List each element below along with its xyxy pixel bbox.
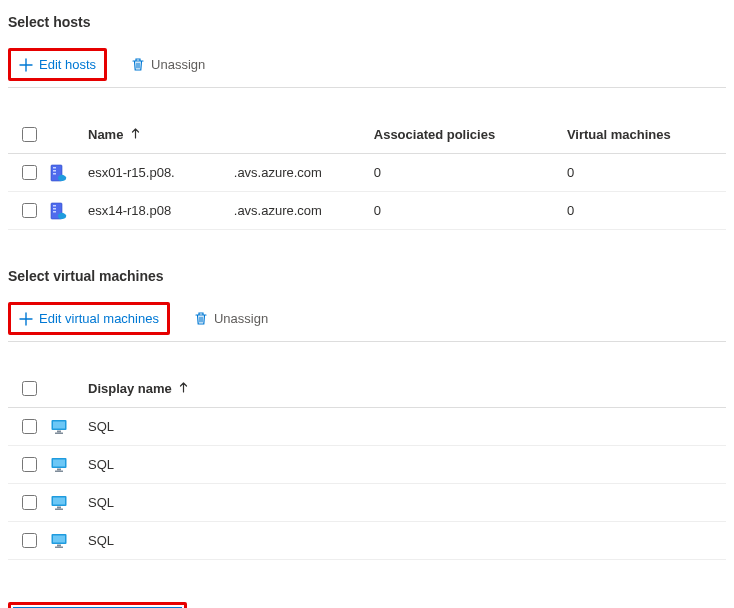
svg-rect-5 [53, 205, 56, 207]
sort-asc-icon [179, 382, 188, 393]
host-vms-cell: 0 [557, 192, 726, 230]
row-checkbox[interactable] [22, 533, 37, 548]
vms-col-display-name-label: Display name [88, 381, 172, 396]
svg-rect-9 [53, 421, 65, 428]
svg-rect-15 [55, 470, 63, 472]
table-row: esx14-r18.p08.avs.azure.com00 [8, 192, 726, 230]
hosts-col-name[interactable]: Name [78, 116, 224, 154]
host-domain-cell: .avs.azure.com [224, 192, 364, 230]
host-icon [50, 164, 68, 182]
unassign-hosts-button[interactable]: Unassign [125, 53, 211, 76]
hosts-toolbar: Edit hosts Unassign [8, 48, 726, 88]
vms-toolbar: Edit virtual machines Unassign [8, 302, 726, 342]
unassign-vms-label: Unassign [214, 311, 268, 326]
vm-name-cell: SQL [78, 446, 726, 484]
svg-rect-18 [57, 506, 61, 508]
hosts-select-all-checkbox[interactable] [22, 127, 37, 142]
table-row: SQL [8, 522, 726, 560]
row-checkbox[interactable] [22, 419, 37, 434]
row-checkbox[interactable] [22, 203, 37, 218]
vm-icon [50, 418, 68, 436]
vm-name-cell: SQL [78, 484, 726, 522]
svg-rect-17 [53, 497, 65, 504]
svg-rect-11 [55, 432, 63, 434]
svg-rect-6 [53, 208, 56, 210]
highlight-edit-hosts: Edit hosts [8, 48, 107, 81]
plus-icon [19, 58, 33, 72]
edit-vms-label: Edit virtual machines [39, 311, 159, 326]
vm-name-cell: SQL [78, 408, 726, 446]
host-assoc-cell: 0 [364, 154, 557, 192]
svg-rect-2 [53, 170, 56, 172]
footer: Next: Review and Create [8, 602, 726, 608]
svg-rect-14 [57, 468, 61, 470]
sort-asc-icon [131, 128, 140, 139]
row-checkbox[interactable] [22, 165, 37, 180]
svg-rect-22 [57, 544, 61, 546]
host-vms-cell: 0 [557, 154, 726, 192]
svg-rect-1 [53, 167, 56, 169]
svg-rect-23 [55, 546, 63, 548]
vm-icon [50, 456, 68, 474]
trash-icon [194, 311, 208, 326]
highlight-edit-vms: Edit virtual machines [8, 302, 170, 335]
table-row: SQL [8, 446, 726, 484]
host-assoc-cell: 0 [364, 192, 557, 230]
row-checkbox[interactable] [22, 457, 37, 472]
unassign-hosts-label: Unassign [151, 57, 205, 72]
host-name-cell: esx01-r15.p08. [78, 154, 224, 192]
vm-name-cell: SQL [78, 522, 726, 560]
hosts-col-name-label: Name [88, 127, 123, 142]
vms-table: Display name SQLSQLSQLSQL [8, 370, 726, 560]
unassign-vms-button[interactable]: Unassign [188, 307, 274, 330]
svg-rect-13 [53, 459, 65, 466]
table-row: esx01-r15.p08..avs.azure.com00 [8, 154, 726, 192]
vms-section-title: Select virtual machines [8, 268, 726, 284]
table-row: SQL [8, 484, 726, 522]
svg-rect-19 [55, 508, 63, 510]
svg-rect-21 [53, 535, 65, 542]
vms-select-all-checkbox[interactable] [22, 381, 37, 396]
edit-hosts-button[interactable]: Edit hosts [13, 53, 102, 76]
host-domain-cell: .avs.azure.com [224, 154, 364, 192]
hosts-col-vms[interactable]: Virtual machines [557, 116, 726, 154]
trash-icon [131, 57, 145, 72]
vm-icon [50, 494, 68, 512]
hosts-table: Name Associated policies Virtual machine… [8, 116, 726, 230]
edit-vms-button[interactable]: Edit virtual machines [13, 307, 165, 330]
table-row: SQL [8, 408, 726, 446]
hosts-section-title: Select hosts [8, 14, 726, 30]
edit-hosts-label: Edit hosts [39, 57, 96, 72]
svg-rect-10 [57, 430, 61, 432]
vms-col-display-name[interactable]: Display name [78, 370, 726, 408]
vm-icon [50, 532, 68, 550]
svg-rect-3 [53, 173, 56, 175]
highlight-next-button: Next: Review and Create [8, 602, 187, 608]
plus-icon [19, 312, 33, 326]
hosts-col-assoc[interactable]: Associated policies [364, 116, 557, 154]
host-icon [50, 202, 68, 220]
host-name-cell: esx14-r18.p08 [78, 192, 224, 230]
svg-rect-7 [53, 211, 56, 213]
row-checkbox[interactable] [22, 495, 37, 510]
